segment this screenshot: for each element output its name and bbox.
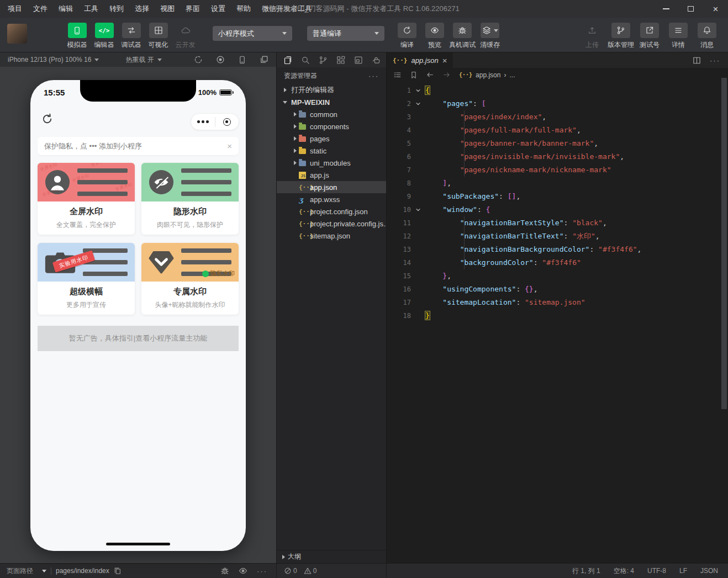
toolbar-button-消息[interactable]: 消息 — [693, 23, 721, 50]
user-avatar[interactable] — [7, 24, 27, 44]
compile-button-真机调试[interactable]: 真机调试 — [449, 23, 476, 50]
rotate-device-icon[interactable] — [194, 55, 203, 64]
compile-select[interactable]: 普通编译 — [307, 26, 384, 41]
page-reload-icon[interactable] — [41, 113, 53, 125]
language-mode[interactable]: JSON — [700, 567, 718, 575]
home-indicator[interactable] — [106, 543, 170, 545]
bookmark-icon[interactable] — [410, 71, 418, 79]
device-select[interactable]: iPhone 12/13 (Pro) 100% 16 — [8, 56, 99, 63]
source-control-icon[interactable] — [314, 52, 332, 67]
nav-forward-icon[interactable] — [442, 71, 451, 79]
code-line-8[interactable]: 8 ], — [387, 177, 728, 190]
toolbar-button-上传[interactable]: 上传 — [578, 23, 606, 50]
compile-button-编译[interactable]: 编译 — [393, 23, 421, 50]
minimize-button[interactable] — [653, 0, 678, 18]
hot-reload-toggle[interactable]: 热重载 开 — [125, 55, 161, 65]
mode-button-云开发[interactable]: 云开发 — [172, 23, 199, 50]
code-line-14[interactable]: 14 "backgroundColor": "#f3f4f6" — [387, 256, 728, 269]
exit-miniprogram-icon[interactable] — [215, 118, 239, 126]
code-line-10[interactable]: 10 "window": { — [387, 203, 728, 216]
code-line-4[interactable]: 4 "pages/full-mark/full-mark", — [387, 124, 728, 137]
vconsole-debug-icon[interactable] — [220, 566, 229, 575]
mode-button-可视化[interactable]: 可视化 — [145, 23, 172, 50]
code-line-2[interactable]: 2 "pages": [ — [387, 97, 728, 110]
extensions-icon[interactable] — [332, 52, 350, 67]
card-全屏水印[interactable]: 全屏水印全屏水印全屏水印全屏水印全屏水印全屏水印全文覆盖，完全保护 — [38, 163, 135, 235]
menu-item-3[interactable]: 工具 — [78, 0, 104, 18]
tree-item-app.wxss[interactable]: ʒapp.wxss — [277, 193, 386, 205]
tree-item-components[interactable]: components — [277, 120, 386, 132]
code-line-11[interactable]: 11 "navigationBarTextStyle": "black", — [387, 216, 728, 230]
more-actions-icon[interactable]: ··· — [710, 56, 720, 65]
detach-window-icon[interactable] — [260, 55, 268, 64]
compile-button-预览[interactable]: 预览 — [421, 23, 449, 50]
breadcrumb-item[interactable]: {··} app.json › ... — [459, 71, 515, 79]
code-line-16[interactable]: 16 "usingComponents": {}, — [387, 283, 728, 296]
more-actions-icon[interactable]: ··· — [368, 72, 379, 80]
problems-indicator[interactable]: 0 0 — [276, 564, 387, 578]
code-line-1[interactable]: 1{ — [387, 84, 728, 97]
split-editor-icon[interactable] — [693, 56, 701, 65]
code-line-7[interactable]: 7 "pages/nickname-mark/nickname-mark" — [387, 163, 728, 177]
tree-item-sitemap.json[interactable]: {··}sitemap.json — [277, 230, 386, 242]
mode-select[interactable]: 小程序模式 — [213, 26, 292, 41]
menu-item-7[interactable]: 界面 — [180, 0, 205, 18]
toolbar-button-详情[interactable]: 详情 — [664, 23, 693, 50]
card-超级横幅[interactable]: 实验用水印超级横幅更多用于宣传 — [38, 243, 135, 315]
fold-chevron-icon[interactable] — [411, 84, 425, 97]
close-button[interactable]: × — [703, 0, 728, 18]
fold-chevron-icon[interactable] — [411, 203, 425, 216]
menu-item-2[interactable]: 编辑 — [53, 0, 78, 18]
code-line-5[interactable]: 5 "pages/banner-mark/banner-mark", — [387, 137, 728, 150]
record-icon[interactable] — [216, 55, 225, 64]
nav-back-icon[interactable] — [426, 71, 434, 79]
tree-item-project.private.config.js...[interactable]: {··}project.private.config.js... — [277, 218, 386, 230]
mode-button-模拟器[interactable]: 模拟器 — [64, 23, 91, 50]
code-line-17[interactable]: 17 "sitemapLocation": "sitemap.json" — [387, 296, 728, 309]
copy-path-icon[interactable] — [114, 567, 122, 575]
code-line-12[interactable]: 12 "navigationBarTitleText": "水印", — [387, 230, 728, 243]
code-line-9[interactable]: 9 "subPackages": [], — [387, 190, 728, 203]
tree-item-common[interactable]: common — [277, 108, 386, 120]
tree-item-project.config.json[interactable]: {··}project.config.json — [277, 205, 386, 218]
code-line-15[interactable]: 15 }, — [387, 269, 728, 283]
outline-list-icon[interactable] — [393, 71, 402, 79]
tree-section-MP-WEIXIN[interactable]: MP-WEIXIN — [277, 96, 386, 108]
code-line-6[interactable]: 6 "pages/invisible-mark/invisible-mark", — [387, 150, 728, 163]
menu-item-9[interactable]: 帮助 — [231, 0, 256, 18]
compile-button-清缓存[interactable]: 清缓存 — [476, 23, 504, 50]
explorer-icon[interactable] — [279, 52, 297, 67]
tree-item-static[interactable]: static — [277, 145, 386, 157]
mode-button-调试器[interactable]: 调试器 — [118, 23, 145, 50]
tree-item-app.json[interactable]: {··}app.json — [277, 181, 386, 193]
menu-item-1[interactable]: 文件 — [28, 0, 53, 18]
outline-section[interactable]: 大纲 — [277, 550, 386, 563]
menu-item-4[interactable]: 转到 — [104, 0, 129, 18]
tree-section-打开的编辑器[interactable]: 打开的编辑器 — [277, 84, 386, 96]
editor-layout-icon[interactable] — [350, 52, 367, 67]
maximize-button[interactable] — [678, 0, 703, 18]
more-options-icon[interactable]: ··· — [257, 567, 267, 575]
card-专属水印[interactable]: 隐私水印专属水印头像+昵称就能制作水印 — [141, 243, 239, 315]
menu-item-8[interactable]: 设置 — [205, 0, 231, 18]
menu-item-5[interactable]: 选择 — [129, 0, 155, 18]
editor-scrollbar[interactable] — [721, 78, 727, 409]
tree-item-pages[interactable]: pages — [277, 132, 386, 145]
fold-chevron-icon[interactable] — [411, 97, 425, 110]
toolbar-button-版本管理[interactable]: 版本管理 — [606, 23, 635, 50]
code-area[interactable]: 1{2 "pages": [3 "pages/index/index",4 "p… — [387, 82, 728, 563]
search-icon[interactable] — [297, 52, 314, 67]
preview-eye-icon[interactable] — [239, 566, 247, 575]
encoding-setting[interactable]: UTF-8 — [647, 567, 666, 575]
menu-item-0[interactable]: 项目 — [2, 0, 28, 18]
page-path-select[interactable]: 页面路径 — [7, 566, 46, 576]
code-line-13[interactable]: 13 "navigationBarBackgroundColor": "#f3f… — [387, 243, 728, 256]
menu-item-6[interactable]: 视图 — [155, 0, 180, 18]
tree-item-app.js[interactable]: JSapp.js — [277, 169, 386, 181]
code-line-3[interactable]: 3 "pages/index/index", — [387, 110, 728, 124]
code-line-18[interactable]: 18} — [387, 309, 728, 322]
indentation-setting[interactable]: 空格: 4 — [614, 566, 634, 576]
device-frame-icon[interactable] — [238, 55, 246, 64]
toolbar-button-测试号[interactable]: 测试号 — [635, 23, 664, 50]
banner-close-icon[interactable]: × — [227, 141, 232, 151]
